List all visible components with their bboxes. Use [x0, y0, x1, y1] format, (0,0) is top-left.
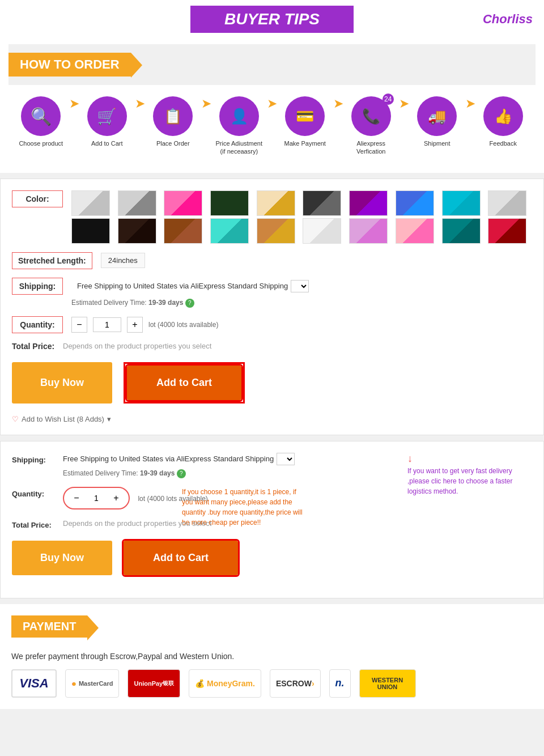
step-circle-make-payment: 💳 — [285, 96, 325, 136]
step-label-shipment: Shipment — [424, 139, 450, 147]
color-swatch-16[interactable] — [303, 218, 341, 244]
step-label-choose-product: Choose product — [19, 139, 63, 147]
buyer-tips-banner: BUYER TIPS — [190, 6, 354, 33]
buy-now-button[interactable]: Buy Now — [12, 362, 112, 404]
stretched-length-value: 24inches — [101, 253, 145, 268]
lower-quantity-row: Quantity: − + lot (4000 lots available) … — [12, 487, 532, 509]
lower-delivery-days: 19-39 days — [140, 469, 175, 477]
page-header: BUYER TIPS Chorliss — [0, 0, 544, 39]
step-choose-product: 🔍 Choose product — [14, 96, 68, 147]
help-icon[interactable]: ? — [185, 299, 194, 308]
step-label-price-adjustment: Price Adiustment (if neceaasry) — [212, 139, 266, 156]
step-circle-aliexpress-verification: 📞 24 — [351, 96, 391, 136]
color-swatch-20[interactable] — [488, 218, 526, 244]
lower-shipping-text: Free Shipping to United States via AliEx… — [63, 455, 274, 463]
escrow-logo: ESCROW › — [270, 669, 321, 698]
payment-text: We prefer payment through Escrow,Paypal … — [11, 652, 533, 661]
color-swatch-6[interactable] — [303, 190, 341, 216]
paypal-n-logo: n. — [329, 669, 351, 698]
stretched-length-label: Stretched Length: — [12, 252, 92, 269]
step-circle-shipment: 🚚 — [417, 96, 457, 136]
lower-quantity-input[interactable] — [88, 491, 105, 505]
step-circle-choose-product: 🔍 — [21, 96, 61, 136]
color-swatch-3[interactable] — [164, 190, 202, 216]
lower-add-to-cart-button[interactable]: Add to Cart — [124, 541, 238, 575]
lower-delivery-time: Estimated Delivery Time: 19-39 days ? — [63, 469, 186, 477]
lower-quantity-decrease-button[interactable]: − — [69, 490, 84, 506]
color-swatch-9[interactable] — [442, 190, 481, 216]
step-place-order: 📋 Place Order — [146, 96, 200, 147]
step-circle-add-to-cart: 🛒 — [87, 96, 127, 136]
step-label-aliexpress-verification: Aliexpress Verfication — [345, 139, 398, 156]
step-make-payment: 💳 Make Payment — [278, 96, 332, 147]
lower-shipping-dropdown[interactable] — [277, 453, 295, 465]
step-label-add-to-cart: Add to Cart — [91, 139, 123, 147]
lower-shipping-row: Shipping: Free Shipping to United States… — [12, 453, 532, 478]
shipping-text: Free Shipping to United States via AliEx… — [77, 282, 288, 290]
arrow-3: ➤ — [200, 96, 212, 128]
lower-action-buttons: Buy Now Add to Cart — [12, 541, 532, 575]
color-grid — [71, 190, 532, 244]
color-swatch-14[interactable] — [210, 218, 249, 244]
lower-buy-now-button[interactable]: Buy Now — [12, 541, 112, 575]
color-label: Color: — [12, 190, 63, 207]
color-swatch-1[interactable] — [71, 190, 110, 216]
step-circle-feedback: 👍 — [483, 96, 523, 136]
color-swatch-11[interactable] — [71, 218, 110, 244]
payment-label: PAYMENT — [11, 615, 87, 638]
color-swatch-19[interactable] — [442, 218, 481, 244]
color-swatch-4[interactable] — [210, 190, 249, 216]
lower-quantity-increase-button[interactable]: + — [108, 490, 124, 506]
wishlist-text: Add to Wish List (8 Adds) — [22, 415, 104, 423]
total-price-row: Total Price: Depends on the product prop… — [12, 342, 532, 351]
quantity-increase-button[interactable]: + — [127, 317, 143, 333]
quantity-label: Quantity: — [12, 316, 63, 333]
total-price-label: Total Price: — [12, 342, 63, 351]
how-to-order-section: HOW TO ORDER 🔍 Choose product ➤ 🛒 Add to… — [0, 39, 544, 173]
total-price-value: Depends on the product properties you se… — [63, 342, 211, 350]
color-swatch-7[interactable] — [349, 190, 388, 216]
step-circle-place-order: 📋 — [153, 96, 193, 136]
arrow-4: ➤ — [266, 96, 278, 128]
quantity-available: lot (4000 lots available) — [148, 321, 218, 329]
wishlist-dropdown-icon[interactable]: ▾ — [107, 415, 111, 423]
color-swatch-18[interactable] — [396, 218, 434, 244]
lower-total-price-value: Depends on the product properties you se… — [63, 518, 532, 528]
color-swatch-15[interactable] — [257, 218, 295, 244]
stretched-length-row: Stretched Length: 24inches — [12, 252, 532, 269]
payment-logos: VISA ●● MasterCard UnionPay银联 💰 MoneyGra… — [11, 669, 533, 698]
color-swatch-17[interactable] — [349, 218, 388, 244]
shipping-dropdown[interactable] — [291, 280, 309, 292]
wishlist-row[interactable]: ♡ Add to Wish List (8 Adds) ▾ — [12, 415, 532, 423]
delivery-time: Estimated Delivery Time: 19-39 days ? — [71, 299, 194, 307]
unionpay-logo: UnionPay银联 — [128, 669, 180, 698]
add-to-cart-button[interactable]: Add to Cart — [127, 366, 241, 400]
step-shipment: 🚚 Shipment — [410, 96, 464, 147]
step-price-adjustment: 👤 Price Adiustment (if neceaasry) — [212, 96, 266, 156]
step-aliexpress-verification: 📞 24 Aliexpress Verfication — [345, 96, 398, 156]
shipping-row: Shipping: Free Shipping to United States… — [12, 278, 532, 308]
color-swatch-13[interactable] — [164, 218, 202, 244]
shipping-label: Shipping: — [12, 278, 63, 295]
lower-delivery-label: Estimated Delivery Time: — [63, 469, 138, 477]
delivery-label: Estimated Delivery Time: — [71, 299, 147, 307]
visa-logo: VISA — [11, 669, 57, 698]
quantity-input[interactable] — [93, 317, 121, 332]
quantity-decrease-button[interactable]: − — [71, 317, 87, 333]
lower-quantity-label: Quantity: — [12, 487, 63, 498]
color-swatch-5[interactable] — [257, 190, 295, 216]
quantity-controls: − + lot (4000 lots available) — [71, 317, 218, 333]
color-swatch-2[interactable] — [118, 190, 156, 216]
color-swatch-10[interactable] — [488, 190, 526, 216]
step-circle-price-adjustment: 👤 — [219, 96, 259, 136]
action-buttons: Buy Now Add to Cart — [12, 362, 532, 404]
color-swatch-8[interactable] — [396, 190, 434, 216]
color-swatch-12[interactable] — [118, 218, 156, 244]
step-add-to-cart: 🛒 Add to Cart — [80, 96, 134, 147]
step-label-make-payment: Make Payment — [284, 139, 326, 147]
arrow-2: ➤ — [134, 96, 146, 128]
arrow-1: ➤ — [68, 96, 80, 128]
delivery-days: 19-39 days — [148, 299, 183, 307]
lower-help-icon[interactable]: ? — [177, 469, 186, 478]
lower-shipping-label: Shipping: — [12, 453, 63, 464]
